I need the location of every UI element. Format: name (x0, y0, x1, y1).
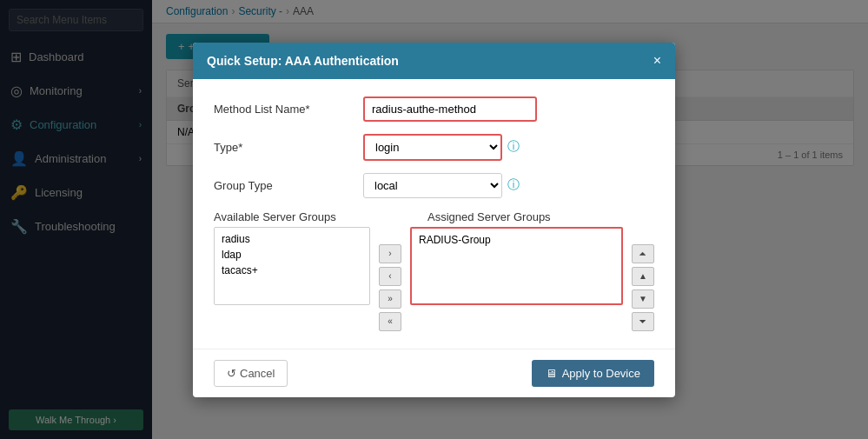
assigned-item-radius-group[interactable]: RADIUS-Group (415, 232, 618, 248)
move-down-button[interactable]: ▼ (632, 289, 654, 309)
move-bottom-button[interactable]: ⏷ (632, 312, 654, 331)
method-list-name-label: Method List Name* (214, 103, 353, 116)
cancel-label: Cancel (240, 367, 275, 380)
move-up-button[interactable]: ▲ (632, 267, 654, 286)
modal-footer: ↺ Cancel 🖥 Apply to Device (193, 349, 675, 397)
available-groups-label: Available Server Groups (214, 210, 370, 223)
assigned-groups-box: RADIUS-Group (410, 227, 623, 305)
available-groups-listbox[interactable]: radius ldap tacacs+ (214, 227, 370, 305)
order-buttons: ⏶ ▲ ▼ ⏷ (632, 227, 654, 331)
move-right-button[interactable]: › (379, 244, 401, 263)
modal-header: Quick Setup: AAA Authentication × (193, 43, 675, 79)
type-info-icon[interactable]: ⓘ (507, 139, 520, 155)
aaa-authentication-modal: Quick Setup: AAA Authentication × Method… (193, 43, 675, 397)
method-list-name-row: Method List Name* (214, 96, 654, 122)
group-type-info-icon[interactable]: ⓘ (507, 177, 520, 193)
groups-transfer-section: radius ldap tacacs+ › ‹ » « (214, 227, 654, 331)
move-all-left-button[interactable]: « (379, 312, 401, 331)
type-label: Type* (214, 141, 353, 154)
server-groups-section: Available Server Groups Assigned Server … (214, 210, 654, 331)
available-groups-box: radius ldap tacacs+ (214, 227, 370, 305)
cancel-button[interactable]: ↺ Cancel (214, 360, 288, 387)
spacer (370, 210, 427, 223)
transfer-buttons: › ‹ » « (379, 227, 401, 331)
apply-label: Apply to Device (562, 367, 640, 380)
group-type-select-wrap: local radius ldap tacacs+ ⓘ (363, 173, 520, 198)
apply-to-device-button[interactable]: 🖥 Apply to Device (532, 360, 654, 387)
server-groups-labels: Available Server Groups Assigned Server … (214, 210, 654, 223)
assigned-groups-label: Assigned Server Groups (427, 210, 654, 223)
available-item-ldap[interactable]: ldap (218, 247, 366, 263)
group-type-select[interactable]: local radius ldap tacacs+ (363, 173, 502, 198)
modal-overlay: Quick Setup: AAA Authentication × Method… (152, 0, 868, 439)
move-top-button[interactable]: ⏶ (632, 244, 654, 263)
type-select-wrap: login exec enable ⓘ (363, 134, 520, 161)
available-item-radius[interactable]: radius (218, 231, 366, 247)
cancel-icon: ↺ (227, 367, 236, 380)
move-left-button[interactable]: ‹ (379, 267, 401, 286)
method-list-name-input[interactable] (363, 96, 537, 122)
main-content: Configuration › Security - › AAA + AAA W… (152, 0, 868, 439)
apply-icon: 🖥 (546, 367, 557, 380)
available-item-tacacs[interactable]: tacacs+ (218, 263, 366, 278)
modal-close-button[interactable]: × (653, 53, 661, 69)
modal-title: Quick Setup: AAA Authentication (207, 54, 399, 68)
group-type-row: Group Type local radius ldap tacacs+ ⓘ (214, 173, 654, 198)
type-select[interactable]: login exec enable (363, 134, 502, 161)
modal-body: Method List Name* Type* login exec enabl… (193, 79, 675, 349)
assigned-groups-listbox[interactable]: RADIUS-Group (410, 227, 623, 305)
type-row: Type* login exec enable ⓘ (214, 134, 654, 161)
group-type-label: Group Type (214, 179, 353, 192)
move-all-right-button[interactable]: » (379, 289, 401, 309)
